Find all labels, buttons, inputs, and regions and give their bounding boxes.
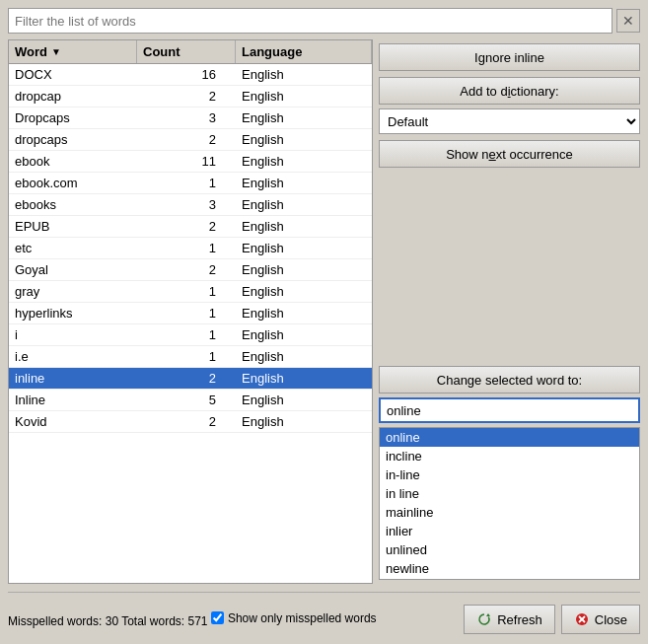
word-table-body[interactable]: DOCX 16 English dropcap 2 English Dropca…	[9, 64, 372, 583]
cell-count: 2	[137, 411, 236, 432]
cell-word: Dropcaps	[9, 107, 137, 128]
cell-language: English	[236, 194, 372, 215]
suggestion-item[interactable]: mainline	[380, 503, 639, 522]
cell-language: English	[236, 259, 372, 280]
cell-word: dropcap	[9, 86, 137, 107]
cell-language: English	[236, 129, 372, 150]
checkbox-label-text: Show only misspelled words	[228, 611, 377, 625]
suggestion-item[interactable]: unlined	[380, 540, 639, 559]
status-area: Misspelled words: 30 Total words: 571 Sh…	[8, 611, 456, 628]
cell-language: English	[236, 173, 372, 193]
col-header-language[interactable]: Language	[236, 40, 372, 63]
cell-word: ebook	[9, 151, 137, 172]
dictionary-select[interactable]: Default	[379, 108, 640, 134]
table-row[interactable]: dropcap 2 English	[9, 86, 372, 107]
cell-word: dropcaps	[9, 129, 137, 150]
table-row[interactable]: i.e 1 English	[9, 346, 372, 368]
refresh-label: Refresh	[497, 612, 542, 627]
cell-count: 5	[137, 390, 236, 410]
suggestion-item[interactable]: in line	[380, 484, 639, 503]
close-icon	[574, 611, 590, 627]
word-col-label: Word	[15, 44, 47, 59]
sort-icon: ▼	[51, 46, 61, 57]
cell-count: 2	[137, 86, 236, 107]
suggestion-item[interactable]: online	[380, 428, 639, 447]
cell-language: English	[236, 238, 372, 258]
suggestion-item[interactable]: inland	[380, 578, 639, 580]
table-row[interactable]: hyperlinks 1 English	[9, 303, 372, 324]
cell-word: gray	[9, 281, 137, 302]
refresh-button[interactable]: Refresh	[464, 605, 555, 634]
table-row[interactable]: ebooks 3 English	[9, 194, 372, 216]
col-header-word[interactable]: Word ▼	[9, 40, 137, 63]
suggestion-item[interactable]: newline	[380, 559, 639, 578]
main-area: Word ▼ Count Language DOCX 16 English dr…	[8, 39, 640, 584]
add-dict-label: Add to dictionary:	[460, 84, 558, 99]
suggestion-item[interactable]: incline	[380, 447, 639, 465]
bottom-buttons: Refresh Close	[464, 605, 640, 634]
cell-count: 1	[137, 281, 236, 302]
table-row[interactable]: Dropcaps 3 English	[9, 107, 372, 129]
clear-filter-button[interactable]: ✕	[616, 9, 640, 33]
language-col-label: Language	[242, 44, 302, 59]
table-row[interactable]: ebook 11 English	[9, 151, 372, 173]
misspelled-filter-checkbox[interactable]	[211, 611, 224, 624]
add-to-dict-button[interactable]: Add to dictionary:	[379, 77, 640, 105]
cell-word: Goyal	[9, 259, 137, 280]
count-col-label: Count	[143, 44, 180, 59]
table-row[interactable]: i 1 English	[9, 324, 372, 346]
show-next-button[interactable]: Show next occurrence	[379, 140, 640, 168]
cell-count: 16	[137, 64, 236, 85]
cell-language: English	[236, 324, 372, 345]
cell-language: English	[236, 346, 372, 367]
show-next-label: Show next occurrence	[446, 147, 573, 162]
cell-count: 1	[137, 303, 236, 323]
close-button[interactable]: Close	[561, 605, 640, 634]
spell-check-dialog: ✕ Word ▼ Count Language DOCX 16	[0, 0, 648, 644]
change-section: Change selected word to: onlineinclinein…	[379, 366, 640, 580]
change-label: Change selected word to:	[437, 373, 582, 388]
cell-count: 2	[137, 129, 236, 150]
cell-language: English	[236, 368, 372, 389]
table-row[interactable]: DOCX 16 English	[9, 64, 372, 86]
table-row[interactable]: etc 1 English	[9, 238, 372, 259]
suggestion-item[interactable]: in-line	[380, 465, 639, 484]
spacer	[379, 174, 640, 360]
cell-count: 1	[137, 238, 236, 258]
table-row[interactable]: Goyal 2 English	[9, 259, 372, 281]
change-word-input[interactable]	[379, 397, 640, 423]
filter-input[interactable]	[8, 8, 612, 34]
table-row[interactable]: dropcaps 2 English	[9, 129, 372, 151]
cell-count: 1	[137, 346, 236, 367]
cell-word: i	[9, 324, 137, 345]
table-row[interactable]: gray 1 English	[9, 281, 372, 303]
cell-language: English	[236, 411, 372, 432]
cell-word: EPUB	[9, 216, 137, 237]
col-header-count[interactable]: Count	[137, 40, 236, 63]
table-row[interactable]: Kovid 2 English	[9, 411, 372, 433]
cell-count: 2	[137, 216, 236, 237]
cell-count: 1	[137, 324, 236, 345]
table-row[interactable]: inline 2 English	[9, 368, 372, 390]
cell-count: 1	[137, 173, 236, 193]
refresh-icon	[476, 611, 492, 627]
cell-language: English	[236, 64, 372, 85]
table-row[interactable]: Inline 5 English	[9, 390, 372, 411]
misspelled-filter-label[interactable]: Show only misspelled words	[211, 611, 377, 625]
cell-language: English	[236, 216, 372, 237]
close-label: Close	[595, 612, 627, 627]
suggestion-item[interactable]: inlier	[380, 522, 639, 540]
cell-count: 2	[137, 259, 236, 280]
cell-word: Inline	[9, 390, 137, 410]
ignore-inline-button[interactable]: Ignore inline	[379, 43, 640, 71]
cell-word: ebook.com	[9, 173, 137, 193]
cell-word: ebooks	[9, 194, 137, 215]
cell-word: etc	[9, 238, 137, 258]
separator	[8, 592, 640, 593]
cell-count: 3	[137, 194, 236, 215]
change-word-button[interactable]: Change selected word to:	[379, 366, 640, 394]
suggestions-list[interactable]: onlineinclinein-linein linemainlineinlie…	[379, 427, 640, 580]
table-row[interactable]: ebook.com 1 English	[9, 173, 372, 194]
cell-word: hyperlinks	[9, 303, 137, 323]
table-row[interactable]: EPUB 2 English	[9, 216, 372, 238]
